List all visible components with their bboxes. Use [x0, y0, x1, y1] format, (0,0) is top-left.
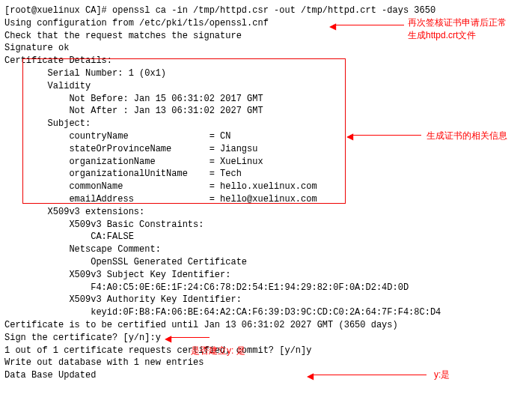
output-line: Certificate is to be certified until Jan…	[4, 319, 528, 332]
output-line: Using configuration from /etc/pki/tls/op…	[4, 17, 528, 30]
output-line: Subject:	[4, 118, 528, 130]
output-line: organizationName = XueLinux	[4, 156, 528, 169]
output-line: F4:A0:C5:0E:6E:1F:24:C6:78:D2:54:E1:94:2…	[4, 282, 528, 294]
output-line: X509v3 Subject Key Identifier:	[4, 269, 528, 282]
output-line: countryName = CN	[4, 130, 528, 143]
output-line: Netscape Comment:	[4, 243, 528, 256]
output-line: Certificate Details:	[4, 55, 528, 67]
output-line: Data Base Updated	[4, 369, 528, 382]
output-line: Check that the request matches the signa…	[4, 30, 528, 43]
output-line: OpenSSL Generated Certificate	[4, 256, 528, 269]
output-line: 1 out of 1 certificate requests certifie…	[4, 345, 528, 357]
output-line: commonName = hello.xuelinux.com	[4, 181, 528, 193]
output-line: Validity	[4, 80, 528, 93]
output-line: CA:FALSE	[4, 231, 528, 243]
output-line: Serial Number: 1 (0x1)	[4, 67, 528, 80]
output-line: keyid:0F:B8:FA:06:BE:64:A2:CA:F6:39:D3:9…	[4, 306, 528, 319]
output-line: Sign the certificate? [y/n]:y	[4, 332, 528, 345]
output-line: emailAddress = hello@xuelinux.com	[4, 193, 528, 206]
cmd-line: [root@xuelinux CA]# openssl ca -in /tmp/…	[4, 4, 528, 17]
output-line: Signature ok	[4, 42, 528, 55]
output-line: Write out database with 1 new entries	[4, 357, 528, 369]
output-line: organizationalUnitName = Tech	[4, 168, 528, 181]
output-line: Not Before: Jan 15 06:31:02 2017 GMT	[4, 93, 528, 106]
output-line: Not After : Jan 13 06:31:02 2027 GMT	[4, 105, 528, 118]
output-line: X509v3 Authority Key Identifier:	[4, 294, 528, 306]
output-line: X509v3 Basic Constraints:	[4, 219, 528, 231]
output-line: X509v3 extensions:	[4, 206, 528, 219]
output-line: stateOrProvinceName = Jiangsu	[4, 143, 528, 156]
